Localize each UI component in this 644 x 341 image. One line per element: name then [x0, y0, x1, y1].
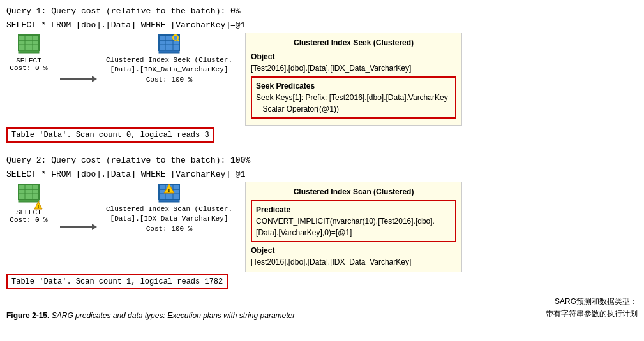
query2-scan-message: Table 'Data'. Scan count 1, logical read…	[6, 272, 638, 292]
query1-section: Query 1: Query cost (relative to the bat…	[6, 5, 638, 145]
query1-info-title: Clustered Index Seek (Clustered)	[251, 37, 456, 48]
table-icon-q1	[17, 33, 40, 55]
query1-seek-box: Seek Predicates Seek Keys[1]: Prefix: [T…	[251, 76, 456, 119]
query2-obj-label: Object	[251, 245, 456, 256]
query2-connector	[60, 224, 97, 230]
query1-select-node: SELECT Cost: 0 %	[6, 33, 51, 72]
query2-plan-row: ! SELECT Cost: 0 % !	[6, 182, 638, 272]
chinese-note: SARG预测和数据类型： 带有字符串参数的执行计划	[546, 296, 638, 320]
figure-label: Figure 2-15.	[6, 311, 49, 320]
query1-header2: SELECT * FROM [dbo].[Data] WHERE [Varcha…	[6, 19, 638, 32]
query1-seek-label: Seek Predicates	[256, 80, 451, 92]
svg-rect-0	[19, 35, 39, 50]
svg-text:!: !	[37, 203, 40, 209]
svg-rect-5	[19, 50, 39, 53]
query1-index-label: Clustered Index Seek (Cluster. [Data].[I…	[106, 55, 232, 85]
query1-obj-value: [Test2016].[dbo].[Data].[IDX_Data_Varcha…	[251, 62, 456, 74]
query1-obj-label: Object	[251, 51, 456, 62]
scan-icon-q2: !	[156, 182, 182, 205]
query1-scan-message: Table 'Data'. Scan count 0, logical read…	[6, 126, 638, 145]
query2-select-node: ! SELECT Cost: 0 %	[6, 182, 51, 224]
query2-header1: Query 2: Query cost (relative to the bat…	[6, 154, 638, 167]
query2-select-label: SELECT Cost: 0 %	[10, 208, 47, 224]
svg-rect-27	[159, 200, 179, 202]
figure-caption-text: SARG predicates and data types: Executio…	[52, 311, 296, 320]
query2-pred-box: Predicate CONVERT_IMPLICIT(nvarchar(10),…	[251, 200, 456, 242]
query2-info-box: Clustered Index Scan (Clustered) Predica…	[245, 182, 462, 272]
query2-pred-value: CONVERT_IMPLICIT(nvarchar(10),[Test2016]…	[256, 215, 451, 238]
query2-index-label: Clustered Index Scan (Cluster. [Data].[I…	[106, 205, 232, 234]
query2-obj-value: [Test2016].[dbo].[Data].[IDX_Data_Varcha…	[251, 256, 456, 268]
svg-rect-11	[159, 50, 179, 53]
query1-index-node: Clustered Index Seek (Cluster. [Data].[I…	[106, 33, 232, 85]
figure-caption: Figure 2-15. SARG predicates and data ty…	[6, 311, 295, 320]
svg-text:!: !	[168, 187, 171, 193]
warning-icon-q2: !	[34, 201, 43, 210]
query2-pred-label: Predicate	[256, 204, 451, 215]
chinese-line2: 带有字符串参数的执行计划	[546, 308, 638, 320]
query1-plan-row: SELECT Cost: 0 % Clust	[6, 33, 638, 126]
query1-connector	[60, 76, 97, 82]
query1-header1: Query 1: Query cost (relative to the bat…	[6, 5, 638, 18]
query1-seek-value: Seek Keys[1]: Prefix: [Test2016].[dbo].[…	[256, 92, 451, 115]
svg-rect-14	[19, 184, 39, 200]
query2-header2: SELECT * FROM [dbo].[Data] WHERE [Varcha…	[6, 168, 638, 181]
query1-select-label: SELECT Cost: 0 %	[10, 57, 47, 72]
svg-rect-6	[159, 35, 179, 50]
query1-info-box: Clustered Index Seek (Clustered) Object …	[245, 33, 462, 126]
query2-index-node: ! Clustered Index Scan (Cluster. [Data].…	[106, 182, 232, 234]
chinese-line1: SARG预测和数据类型：	[546, 296, 638, 308]
bottom-row: Figure 2-15. SARG predicates and data ty…	[6, 296, 638, 320]
query2-section: Query 2: Query cost (relative to the bat…	[6, 154, 638, 292]
seek-icon-q1	[156, 33, 182, 55]
query2-info-title: Clustered Index Scan (Clustered)	[251, 186, 456, 198]
